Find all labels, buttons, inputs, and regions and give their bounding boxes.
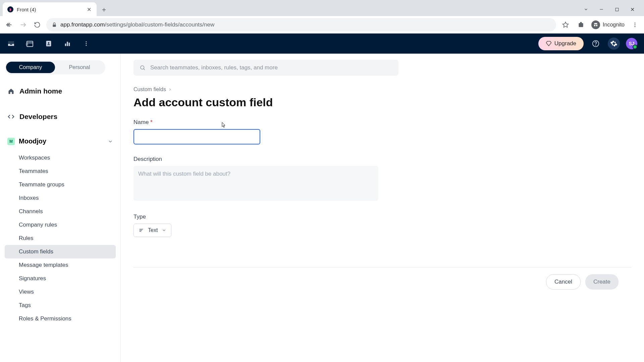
search-box[interactable] <box>133 60 398 76</box>
address-bar: app.frontapp.com/settings/global/custom-… <box>0 16 644 34</box>
sidebar-item[interactable]: Workspaces <box>5 151 116 165</box>
svg-point-21 <box>86 41 87 42</box>
org-toggle[interactable]: M Moodjoy <box>5 135 116 148</box>
svg-point-22 <box>86 43 87 44</box>
breadcrumb[interactable]: Custom fields <box>133 86 631 93</box>
svg-rect-7 <box>579 23 583 27</box>
toggle-personal[interactable]: Personal <box>55 62 104 73</box>
svg-point-11 <box>635 22 636 23</box>
sidebar-item[interactable]: Roles & Permissions <box>5 312 116 325</box>
search-row <box>121 54 644 82</box>
sidebar-item[interactable]: Message templates <box>5 258 116 272</box>
toggle-company[interactable]: Company <box>6 62 55 73</box>
form-footer: Cancel Create <box>133 267 631 296</box>
svg-point-25 <box>596 45 596 45</box>
new-tab-button[interactable]: ＋ <box>101 5 107 14</box>
incognito-icon <box>591 20 600 29</box>
window-controls: ✕ <box>583 6 641 12</box>
settings-icon[interactable] <box>608 38 620 50</box>
svg-point-13 <box>635 26 636 27</box>
sidebar-item[interactable]: Inboxes <box>5 191 116 205</box>
description-input[interactable] <box>133 166 378 201</box>
main: Custom fields Add account custom field N… <box>121 54 644 362</box>
sidebar-item[interactable]: Teammates <box>5 165 116 178</box>
cancel-button[interactable]: Cancel <box>546 274 581 290</box>
tab-title: Front (4) <box>17 7 83 12</box>
developers-link[interactable]: Developers <box>5 109 116 124</box>
description-label: Description <box>133 156 382 163</box>
org-name: Moodjoy <box>19 137 104 145</box>
svg-rect-5 <box>53 24 56 27</box>
calendar-icon[interactable]: 31 <box>25 39 34 48</box>
kebab-icon[interactable] <box>630 20 640 30</box>
close-icon[interactable]: ✕ <box>86 6 92 12</box>
svg-point-26 <box>141 66 144 69</box>
reload-icon[interactable] <box>32 20 42 30</box>
content: Custom fields Add account custom field N… <box>121 82 644 362</box>
svg-point-10 <box>596 25 598 26</box>
analytics-icon[interactable] <box>63 39 72 48</box>
sidebar-list: WorkspacesTeammatesTeammate groupsInboxe… <box>5 151 116 325</box>
url-box[interactable]: app.frontapp.com/settings/global/custom-… <box>46 18 556 32</box>
svg-point-23 <box>86 45 87 46</box>
svg-line-27 <box>144 69 145 70</box>
forward-icon[interactable] <box>18 20 28 30</box>
page-title: Add account custom field <box>133 96 631 109</box>
svg-point-17 <box>48 42 50 44</box>
avatar[interactable]: SJ <box>626 38 637 49</box>
svg-rect-1 <box>615 8 619 11</box>
tab-bar: ◗ Front (4) ✕ ＋ ✕ <box>0 0 644 16</box>
sidebar-item[interactable]: Company rules <box>5 218 116 232</box>
svg-point-12 <box>635 24 636 25</box>
app-body: Company Personal Admin home Developers M… <box>0 54 644 362</box>
chevron-right-icon <box>168 87 172 92</box>
scope-toggle: Company Personal <box>5 60 105 74</box>
chevron-down-icon <box>162 228 166 233</box>
name-label: Name * <box>133 119 382 126</box>
sidebar-item[interactable]: Tags <box>5 299 116 312</box>
code-icon <box>7 113 15 120</box>
maximize-icon[interactable] <box>614 6 620 12</box>
text-type-icon <box>139 228 144 233</box>
search-icon <box>140 65 146 71</box>
type-select[interactable]: Text <box>133 224 171 237</box>
svg-rect-20 <box>69 43 70 46</box>
diamond-icon <box>546 41 552 47</box>
sidebar-item[interactable]: Channels <box>5 205 116 218</box>
name-input[interactable] <box>133 129 260 144</box>
incognito-badge[interactable]: Incognito <box>591 20 625 29</box>
sidebar-item[interactable]: Signatures <box>5 272 116 285</box>
org-badge: M <box>7 138 15 145</box>
upgrade-button[interactable]: Upgrade <box>538 37 584 50</box>
lock-icon <box>52 22 57 27</box>
create-button[interactable]: Create <box>585 274 619 290</box>
sidebar-item[interactable]: Teammate groups <box>5 178 116 191</box>
back-icon[interactable] <box>4 20 14 30</box>
minimize-icon[interactable] <box>598 6 604 12</box>
sidebar-item[interactable]: Rules <box>5 232 116 245</box>
svg-rect-8 <box>580 22 582 23</box>
url-host: app.frontapp.com/settings/global/custom-… <box>60 21 214 28</box>
extensions-icon[interactable] <box>576 20 586 30</box>
svg-rect-18 <box>65 44 66 46</box>
type-label: Type <box>133 214 382 220</box>
window-close-icon[interactable]: ✕ <box>629 6 635 12</box>
contacts-icon[interactable] <box>44 39 53 48</box>
help-icon[interactable] <box>590 38 602 50</box>
favicon-icon: ◗ <box>7 6 13 12</box>
sidebar-item[interactable]: Custom fields <box>5 245 116 258</box>
browser-chrome: ◗ Front (4) ✕ ＋ ✕ app.frontapp.com/setti… <box>0 0 644 34</box>
sidebar-item[interactable]: Views <box>5 285 116 299</box>
tabs-dropdown-icon[interactable] <box>583 6 589 12</box>
inbox-icon[interactable] <box>7 39 15 48</box>
search-input[interactable] <box>150 64 392 71</box>
more-icon[interactable] <box>82 39 91 48</box>
bookmark-icon[interactable] <box>560 20 571 30</box>
sidebar: Company Personal Admin home Developers M… <box>0 54 121 362</box>
browser-tab[interactable]: ◗ Front (4) ✕ <box>3 2 97 16</box>
admin-home-link[interactable]: Admin home <box>5 84 116 99</box>
svg-point-9 <box>594 25 596 26</box>
app-header: 31 Upgrade SJ <box>0 34 644 54</box>
home-icon <box>7 87 15 95</box>
svg-marker-6 <box>563 22 569 27</box>
